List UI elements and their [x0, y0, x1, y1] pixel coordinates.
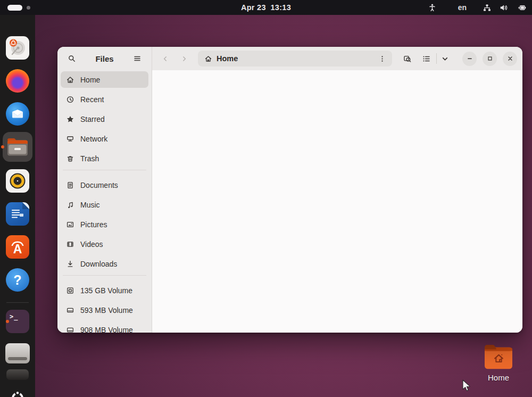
sidebar-volume-label: 135 GB Volume [80, 286, 132, 295]
dock-item-files[interactable] [3, 132, 32, 162]
sidebar-item-label: Network [80, 135, 107, 143]
sidebar-divider [63, 275, 146, 276]
headerbar: Home [152, 47, 522, 70]
mouse-cursor [461, 379, 472, 392]
search-button[interactable] [64, 51, 80, 67]
search-in-folder-button[interactable] [398, 50, 415, 67]
dock-item-drive-dark[interactable] [5, 368, 30, 381]
desktop-home-icon[interactable]: Home [479, 343, 518, 382]
main-menu-button[interactable] [129, 51, 145, 67]
sidebar-header: Files [57, 47, 152, 70]
help-glyph: ? [13, 272, 21, 288]
recent-icon [66, 95, 74, 104]
back-button[interactable] [156, 50, 173, 67]
vid-icon [66, 240, 74, 249]
path-bar[interactable]: Home [198, 51, 392, 67]
sidebar-item-label: Trash [80, 154, 99, 163]
language-indicator[interactable]: en [458, 3, 467, 12]
top-bar: Apr 23 13:13 en [0, 0, 532, 15]
dock-divider [6, 302, 29, 303]
sidebar-item-starred[interactable]: Starred [61, 111, 148, 127]
minimize-button[interactable] [462, 52, 477, 66]
close-button[interactable] [503, 52, 517, 66]
libreoffice-writer-icon [6, 202, 29, 226]
sidebar-item-documents[interactable]: Documents [61, 177, 148, 193]
sidebar-volume-label: 593 MB Volume [80, 306, 133, 315]
accessibility-icon[interactable] [428, 3, 437, 12]
volume-icon[interactable] [499, 3, 508, 12]
battery-charging-icon[interactable] [516, 3, 527, 12]
sidebar-item-videos[interactable]: Videos [61, 236, 148, 252]
dock-item-firefox[interactable] [5, 68, 30, 94]
sidebar-item-recent[interactable]: Recent [61, 91, 148, 107]
dock-item-help[interactable]: ? [5, 267, 30, 293]
ubuntu-logo-icon [7, 387, 28, 397]
sidebar-item-label: Starred [80, 115, 105, 123]
dock-item-drive[interactable] [5, 341, 30, 366]
doc-icon [66, 181, 74, 189]
dock-item-thunderbird[interactable] [5, 101, 30, 127]
sidebar: Files Home Recent Starred N [57, 47, 152, 333]
sidebar-item-label: Videos [80, 240, 103, 249]
network-icon[interactable] [483, 3, 492, 12]
current-location: Home [217, 54, 371, 63]
dock-item-rhythmbox[interactable] [5, 168, 30, 194]
sidebar-item-label: Pictures [80, 220, 107, 229]
sidebar-divider [63, 170, 146, 170]
sidebar-item-home[interactable]: Home [61, 71, 148, 88]
sidebar-item-pictures[interactable]: Pictures [61, 216, 148, 233]
list-view-button[interactable] [418, 50, 435, 67]
drive-icon [5, 343, 30, 363]
sidebar-item-label: Documents [80, 181, 118, 189]
sidebar-volume-908-mb-volume[interactable]: 908 MB Volume [61, 321, 148, 333]
terminal-icon: >_ [6, 310, 29, 333]
dock: A ? >_ [0, 15, 35, 397]
sidebar-item-music[interactable]: Music [61, 196, 148, 213]
dock-item-app-center[interactable]: A [5, 234, 30, 260]
dock-item-ubuntu-installer[interactable] [5, 35, 30, 61]
trash-icon [66, 154, 74, 163]
sidebar-item-label: Downloads [80, 260, 117, 268]
folder-view[interactable] [152, 70, 522, 333]
sidebar-item-downloads[interactable]: Downloads [61, 255, 148, 272]
app-center-icon: A [6, 235, 29, 259]
thunderbird-icon [6, 102, 29, 126]
location-options-button[interactable] [375, 52, 389, 65]
drive-dark-icon [6, 369, 29, 380]
ubuntu-installer-icon [6, 36, 29, 60]
terminal-prompt-glyph: >_ [6, 310, 18, 320]
home-icon [204, 55, 212, 63]
app-title: Files [84, 54, 125, 63]
music-icon [66, 201, 74, 209]
page-fold [22, 202, 29, 209]
show-apps-button[interactable] [5, 385, 30, 397]
sidebar-volume-135-gb-volume[interactable]: 135 GB Volume [61, 282, 148, 299]
main-pane: Home [152, 47, 522, 333]
forward-button[interactable] [176, 50, 193, 67]
drive-icon [66, 306, 74, 315]
sidebar-volume-593-mb-volume[interactable]: 593 MB Volume [61, 302, 148, 318]
files-icon [6, 137, 29, 156]
dock-item-terminal[interactable]: >_ [5, 309, 30, 334]
sidebar-item-label: Home [80, 76, 100, 84]
rhythmbox-icon [6, 169, 29, 193]
sidebar-item-label: Recent [80, 95, 104, 104]
sidebar-item-network[interactable]: Network [61, 130, 148, 147]
view-options-chevron[interactable] [438, 50, 451, 67]
disc-icon [66, 286, 74, 295]
home-icon [66, 76, 74, 84]
dl-icon [66, 260, 74, 268]
pic-icon [66, 220, 74, 229]
sidebar-volume-label: 908 MB Volume [80, 326, 133, 333]
network-icon [66, 135, 74, 143]
app-center-glyph: A [13, 244, 22, 254]
help-icon: ? [6, 268, 29, 292]
dock-item-libreoffice-writer[interactable] [5, 201, 30, 227]
maximize-button[interactable] [483, 52, 497, 66]
view-toggle-group [418, 50, 451, 67]
system-tray[interactable]: en [428, 0, 527, 15]
files-window: Files Home Recent Starred N [57, 47, 522, 333]
sidebar-item-trash[interactable]: Trash [61, 150, 148, 167]
drive-icon [66, 326, 74, 333]
star-icon [66, 115, 74, 123]
